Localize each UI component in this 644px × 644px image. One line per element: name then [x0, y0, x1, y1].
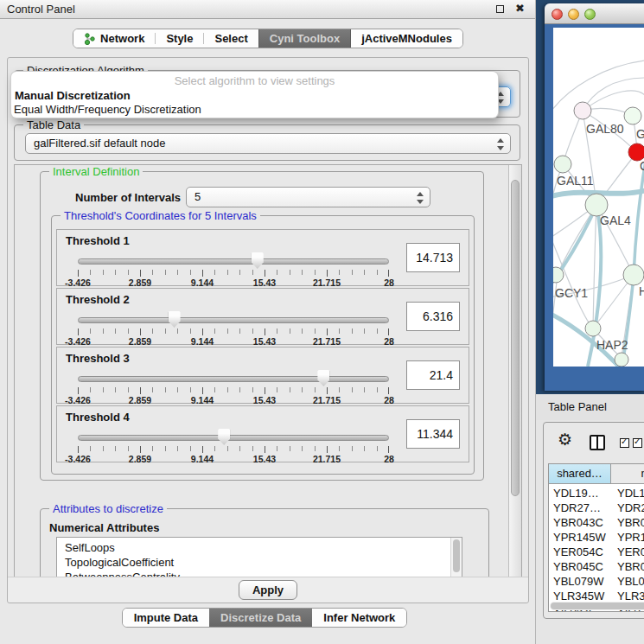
table-header-row: shared… n [549, 464, 644, 484]
group-title: Threshold's Coordinates for 5 Intervals [61, 209, 260, 222]
threshold-box: Threshold 4 [56, 405, 469, 462]
node-h[interactable] [623, 265, 644, 285]
table-row[interactable]: YBR043C YBR0 [549, 515, 644, 530]
cyni-toolbox-panel: Discretization Algorithm Table Data galF… [7, 57, 529, 603]
bottom-tabbar: Impute Data Discretize Data Infer Networ… [0, 608, 529, 628]
slider-handle[interactable] [317, 370, 329, 386]
scrollbar-thumb[interactable] [551, 603, 644, 609]
tab-jactivemnodules[interactable]: jActiveMNodules [351, 29, 462, 48]
panel-scrollbar[interactable] [508, 165, 521, 577]
tab-infer-network[interactable]: Infer Network [312, 609, 406, 627]
checkbox-icon[interactable] [620, 438, 629, 448]
attribute-list-item[interactable]: SelfLoops [57, 541, 462, 556]
threshold-slider[interactable]: -3.426 2.859 9.144 15.43 21.715 28 [78, 428, 389, 461]
threshold-label: Threshold 3 [66, 352, 130, 365]
close-icon[interactable]: ✖ [515, 2, 525, 15]
tab-style[interactable]: Style [156, 29, 203, 48]
float-window-icon[interactable] [496, 5, 504, 13]
table-row[interactable]: YDR27… YDR2 [549, 501, 644, 515]
slider-ticks [78, 270, 389, 275]
threshold-label: Threshold 1 [66, 234, 130, 247]
tab-cyni-toolbox[interactable]: Cyni Toolbox [258, 29, 351, 48]
threshold-slider[interactable]: -3.426 2.859 9.144 15.43 21.715 28 [78, 369, 389, 402]
mac-zoom-icon[interactable] [584, 9, 596, 20]
stepper-arrows-icon [416, 191, 424, 205]
mac-minimize-icon[interactable] [568, 9, 579, 20]
list-scrollbar[interactable] [450, 538, 462, 578]
group-title: Attributes to discretize [49, 502, 167, 515]
dropdown-option-equal-width[interactable]: Equal Width/Frequency Discretization [14, 103, 201, 116]
slider-track[interactable] [78, 317, 389, 323]
slider-track[interactable] [78, 435, 389, 441]
slider-handle[interactable] [218, 429, 230, 445]
table-panel-titlebar: Table Panel [536, 394, 644, 420]
stepper-arrows-icon [496, 137, 504, 151]
node-attribute-table: shared… n YDL19… YDL1 YDR27… YDR2 YBR043… [548, 463, 644, 612]
node-top-right[interactable] [624, 107, 641, 124]
dropdown-prompt: Select algorithm to view settings [11, 74, 498, 87]
node-gal11[interactable] [554, 156, 571, 173]
scrollbar-thumb[interactable] [511, 180, 520, 496]
slider-ticks [78, 387, 389, 392]
apply-bar: Apply [8, 577, 528, 603]
slider-track[interactable] [78, 258, 389, 265]
column-header-name[interactable]: n [611, 464, 644, 483]
table-row[interactable]: YBL079W YBL0 [549, 574, 644, 589]
table-data-group: Table Data galFiltered.sif default node [14, 124, 520, 161]
slider-handle[interactable] [169, 311, 181, 328]
tab-select[interactable]: Select [204, 29, 258, 48]
label-c: C [640, 159, 644, 173]
node-red-selected[interactable] [628, 143, 644, 161]
threshold-box: Threshold 1 [56, 229, 469, 286]
numerical-attributes-list: SelfLoops TopologicalCoefficient Between… [56, 537, 462, 578]
slider-handle[interactable] [252, 252, 264, 269]
thresholds-group: Threshold's Coordinates for 5 Intervals … [51, 215, 475, 475]
threshold-value-field[interactable]: 21.4 [406, 360, 460, 390]
apply-button[interactable]: Apply [239, 580, 297, 600]
threshold-slider[interactable]: -3.426 2.859 9.144 15.43 21.715 28 [78, 252, 389, 284]
threshold-value-field[interactable]: 6.316 [406, 302, 460, 331]
table-rows: YDL19… YDL1 YDR27… YDR2 YBR043C YBR0 YPR… [549, 486, 644, 611]
algorithm-dropdown-popup: Select algorithm to view settings Manual… [11, 72, 498, 118]
table-panel-title: Table Panel [548, 400, 607, 413]
gear-icon[interactable]: ⚙ [558, 430, 572, 450]
control-panel-titlebar: Control Panel ✖ [0, 0, 535, 19]
checkbox-icon[interactable] [633, 438, 642, 448]
network-view-window: GAL80 GA C GAL11 GAL4 GCY1 H HAP2 [545, 3, 644, 391]
mac-close-icon[interactable] [552, 9, 563, 20]
label-gcy1: GCY1 [555, 286, 588, 300]
threshold-box: Threshold 2 [56, 288, 469, 345]
control-panel-window: Control Panel ✖ Network Style Select Cyn… [0, 0, 536, 644]
settings-scroll-panel: Interval Definition Number of Intervals … [14, 164, 522, 578]
network-canvas[interactable]: GAL80 GA C GAL11 GAL4 GCY1 H HAP2 [553, 28, 644, 367]
node-gal80[interactable] [574, 102, 591, 119]
table-panel-window: ⚙ shared… n YDL19… YDL1 YDR27… YDR2 YBR [543, 422, 644, 619]
tab-impute-data[interactable]: Impute Data [123, 609, 209, 627]
table-row[interactable]: YBR045C YBR0 [549, 559, 644, 574]
node-bottom[interactable] [615, 353, 628, 367]
label-h: H [639, 284, 644, 298]
slider-track[interactable] [78, 376, 389, 382]
threshold-slider[interactable]: -3.426 2.859 9.144 15.43 21.715 28 [78, 310, 389, 343]
interval-definition-group: Interval Definition Number of Intervals … [40, 171, 484, 481]
tab-discretize-data[interactable]: Discretize Data [209, 609, 312, 627]
group-title: Table Data [23, 118, 84, 131]
dropdown-option-manual[interactable]: Manual Discretization [15, 89, 131, 102]
table-data-combobox[interactable]: galFiltered.sif default node [25, 133, 511, 154]
table-row[interactable]: YDL19… YDL1 [549, 486, 644, 501]
number-of-intervals-combobox[interactable]: 5 [186, 187, 430, 207]
slider-scale-labels: -3.426 2.859 9.144 15.43 21.715 28 [78, 395, 389, 405]
node-hap2[interactable] [585, 321, 601, 336]
threshold-label: Threshold 4 [66, 411, 130, 424]
split-pane-icon[interactable] [590, 435, 605, 450]
attribute-list-item[interactable]: TopologicalCoefficient [57, 556, 462, 571]
table-row[interactable]: YPR145W YPR1 [549, 530, 644, 545]
number-of-intervals-label: Number of Intervals [75, 191, 181, 204]
table-row[interactable]: YER054C YER0 [549, 545, 644, 559]
threshold-value-field[interactable]: 14.713 [406, 243, 460, 272]
threshold-value-field[interactable]: 11.344 [406, 419, 460, 449]
label-gal11: GAL11 [557, 174, 594, 188]
column-header-shared-name[interactable]: shared… [549, 464, 611, 483]
tab-network[interactable]: Network [73, 29, 155, 48]
horizontal-scrollbar[interactable] [550, 602, 644, 610]
